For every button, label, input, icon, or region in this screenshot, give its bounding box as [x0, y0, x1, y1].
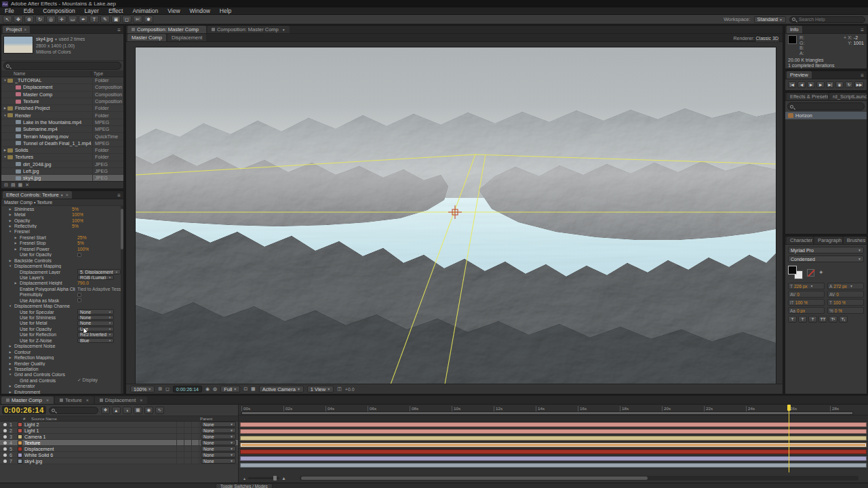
region-of-interest-icon[interactable]: ⊡ — [243, 386, 248, 392]
effects-search[interactable] — [787, 102, 865, 110]
project-item[interactable]: ▼ _TUTORIAL Folder — [1, 77, 123, 84]
property-value[interactable]: 5% — [72, 207, 79, 211]
mask-visibility-icon[interactable]: ◻ — [165, 386, 170, 392]
close-icon[interactable]: × — [86, 398, 89, 403]
property-value[interactable]: 790.0 — [77, 281, 89, 285]
layer-duration-bar[interactable] — [240, 422, 867, 427]
layer-duration-bar[interactable] — [240, 463, 867, 468]
close-icon[interactable]: × — [66, 192, 68, 197]
mini-flowchart-icon[interactable]: ❖ — [101, 407, 110, 414]
column-name[interactable]: Name — [1, 71, 91, 76]
label-color-chip[interactable] — [18, 459, 22, 464]
help-search-input[interactable] — [797, 16, 859, 22]
effect-property-row[interactable]: ▶ Opacity 100% — [1, 218, 123, 223]
visibility-toggle[interactable] — [3, 423, 7, 426]
rotation-tool[interactable]: ↻ — [35, 16, 45, 23]
layer-name[interactable]: Texture — [24, 440, 170, 446]
viewer-tab[interactable]: Displacement — [167, 34, 206, 41]
twirl-icon[interactable]: ▼ — [3, 155, 7, 159]
fill-stroke-swatches[interactable] — [788, 266, 803, 279]
effect-property-row[interactable]: Premultiply — [1, 292, 123, 298]
pan-behind-tool[interactable]: ✛ — [57, 16, 66, 23]
work-area-bar[interactable] — [241, 411, 853, 415]
previous-frame-button[interactable]: ◀ — [797, 81, 806, 88]
workspace-dropdown[interactable]: Standard▼ — [754, 16, 786, 23]
track-area[interactable]: 00s02s04s06s08s10s12s14s16s18s20s22s24s2… — [239, 405, 868, 483]
ruler-tick[interactable]: 12s — [494, 406, 536, 411]
effect-property-row[interactable]: Use for Metal None — [1, 321, 123, 326]
project-item[interactable]: ▼ Render Folder — [1, 112, 123, 119]
twirl-icon[interactable]: ▶ — [8, 390, 12, 394]
character-panel-tab[interactable]: Brushes — [844, 237, 867, 244]
view-layout-dropdown[interactable]: 1 View▼ — [307, 386, 334, 392]
column-source-name[interactable]: Source Name — [31, 416, 200, 421]
layer-duration-bar[interactable] — [240, 429, 867, 434]
ruler-tick[interactable]: 24s — [746, 406, 788, 411]
layer-row[interactable]: 7 sky4.jpg None▼ — [0, 458, 238, 464]
menu-item[interactable]: View — [163, 7, 184, 14]
project-item[interactable]: dirt_2048.jpg JPEG — [1, 161, 123, 168]
unified-camera-tool[interactable]: ◎ — [46, 16, 56, 23]
parent-dropdown[interactable]: None▼ — [201, 428, 236, 433]
property-value[interactable]: 5% — [77, 241, 84, 245]
puppet-pin-tool[interactable]: ✱ — [144, 16, 153, 23]
graph-editor-icon[interactable]: ∿ — [155, 407, 164, 414]
label-color-chip[interactable] — [18, 453, 22, 458]
property-value[interactable]: Red Inverted — [77, 332, 114, 338]
hand-tool[interactable]: ✥ — [14, 16, 23, 23]
effect-property-row[interactable]: Use Layer's RGB (Luma) — [1, 274, 123, 280]
effect-item[interactable]: Horizon — [785, 112, 867, 119]
character-panel-tab[interactable]: Paragraph — [814, 237, 842, 244]
faux-style-button[interactable]: TT — [818, 316, 827, 323]
last-frame-button[interactable]: ▶| — [826, 81, 834, 88]
twirl-icon[interactable]: ▶ — [14, 236, 18, 239]
panel-menu-icon[interactable]: ≡ — [858, 27, 867, 33]
layer-duration-bar[interactable] — [240, 456, 867, 461]
twirl-icon[interactable]: ▶ — [8, 207, 12, 211]
effect-property-row[interactable]: ▶ Metal 100% — [1, 211, 123, 217]
zoom-tool[interactable]: ⊕ — [24, 16, 34, 23]
ruler-tick[interactable]: 14s — [536, 406, 578, 411]
twirl-icon[interactable]: ▶ — [8, 344, 12, 348]
panel-menu-icon[interactable]: ≡ — [115, 192, 123, 199]
layer-switches[interactable] — [170, 452, 201, 458]
layer-name[interactable]: Camera 1 — [24, 434, 170, 440]
zoom-knob[interactable] — [273, 476, 277, 481]
tab-effect-controls[interactable]: Effect Controls: Texture▼× — [3, 191, 72, 199]
faux-style-button[interactable]: T¹ — [829, 316, 837, 323]
baseline-shift-field[interactable]: Aa0 px — [788, 307, 825, 314]
twirl-icon[interactable]: ▶ — [8, 259, 12, 262]
twirl-icon[interactable]: ▶ — [14, 281, 18, 285]
menu-item[interactable]: Layer — [80, 7, 104, 14]
effect-property-row[interactable]: ▶ Reflection Mapping — [1, 354, 123, 360]
effect-property-row[interactable]: Use for Reflection Red Inverted — [1, 332, 123, 338]
menu-item[interactable]: Composition — [38, 7, 79, 14]
label-color-chip[interactable] — [18, 447, 22, 451]
parent-dropdown[interactable]: None▼ — [201, 458, 236, 464]
project-item[interactable]: Master Comp Composition — [1, 92, 123, 98]
play-button[interactable]: ▶ — [807, 81, 815, 88]
twirl-icon[interactable]: ▼ — [8, 304, 12, 308]
effect-property-row[interactable]: Use for Specular None — [1, 309, 123, 314]
pen-tool[interactable]: ✒ — [79, 16, 88, 23]
visibility-toggle[interactable] — [3, 435, 7, 439]
track-row[interactable] — [239, 422, 868, 428]
visibility-toggle[interactable] — [3, 453, 7, 457]
property-value[interactable]: 100% — [72, 218, 83, 223]
type-tool[interactable]: T — [90, 16, 99, 23]
effect-property-row[interactable]: ▼ Displacement Mapping — [1, 263, 123, 268]
scrollbar-thumb[interactable] — [301, 476, 648, 480]
twirl-icon[interactable]: ▶ — [8, 350, 12, 354]
twirl-icon[interactable]: ▶ — [8, 384, 12, 388]
clone-stamp-tool[interactable]: ▣ — [111, 16, 121, 23]
ram-preview-button[interactable]: ▶▶ — [854, 81, 864, 88]
tab-info[interactable]: Info — [787, 26, 802, 33]
timeline-search[interactable] — [49, 407, 98, 414]
project-search[interactable] — [3, 62, 121, 70]
next-frame-button[interactable]: ▶ — [816, 81, 825, 88]
ruler-tick[interactable]: 28s — [830, 406, 868, 411]
delete-icon[interactable]: ✕ — [25, 182, 29, 188]
shy-layers-icon[interactable]: ◑ — [123, 407, 132, 414]
new-composition-icon[interactable]: ▦ — [18, 182, 23, 188]
horizontal-scale-field[interactable]: T100 % — [827, 299, 864, 306]
